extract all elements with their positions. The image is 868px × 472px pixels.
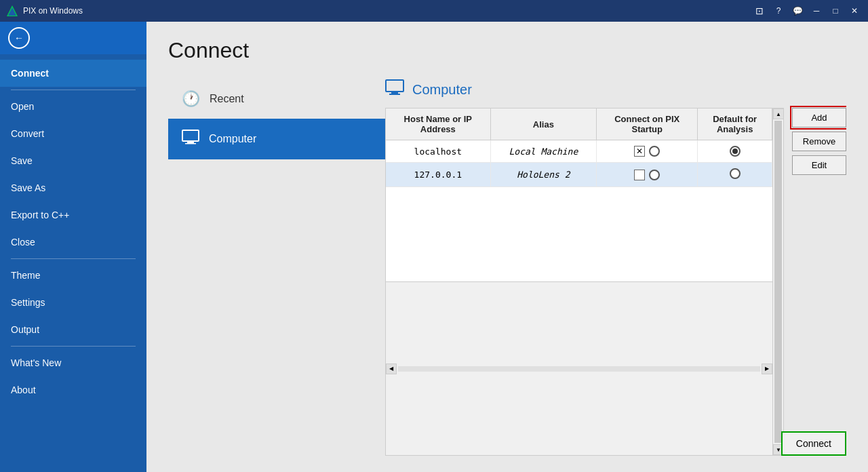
app-body: ← Connect Open Convert Save Save As Expo…: [0, 22, 868, 472]
table-row[interactable]: localhost Local Machine ✕: [386, 140, 772, 163]
cell-alias-1: Local Machine: [490, 140, 596, 163]
sidebar-item-whats-new[interactable]: What's New: [0, 349, 146, 376]
panel-header: Computer: [385, 79, 846, 100]
app-icon: [5, 4, 19, 18]
table-wrapper: Host Name or IPAddress Alias Connect on …: [385, 108, 784, 456]
restore-button[interactable]: □: [827, 3, 844, 19]
sidebar-item-close[interactable]: Close: [0, 229, 146, 256]
sidebar-label-save: Save: [11, 155, 33, 166]
sidebar-item-about[interactable]: About: [0, 376, 146, 404]
sidebar-item-save[interactable]: Save: [0, 147, 146, 174]
help-icon[interactable]: ?: [770, 3, 787, 19]
action-buttons: Add Remove Edit Connect: [792, 108, 846, 456]
checkbox-connect-2[interactable]: [634, 170, 645, 180]
radio-startup-1[interactable]: [649, 146, 660, 157]
content-row: 🕐 Recent Computer: [168, 79, 846, 456]
right-panel: Computer Host Name or IPAdd: [385, 79, 846, 456]
nav-label-computer: Computer: [209, 133, 256, 145]
table-row[interactable]: 127.0.0.1 HoloLens 2: [386, 163, 772, 187]
cell-host-1: localhost: [386, 140, 490, 163]
left-panel: 🕐 Recent Computer: [168, 79, 385, 456]
sidebar-label-whats-new: What's New: [11, 357, 61, 368]
sidebar-label-close: Close: [11, 237, 35, 248]
checkbox-connect-1[interactable]: ✕: [634, 146, 645, 157]
sidebar-label-output: Output: [11, 324, 39, 335]
svg-rect-2: [182, 130, 199, 141]
radio-default-1[interactable]: [730, 146, 741, 157]
sidebar-label-convert: Convert: [11, 128, 44, 139]
nav-item-recent[interactable]: 🕐 Recent: [168, 79, 385, 119]
sidebar-item-theme[interactable]: Theme: [0, 262, 146, 289]
chat-icon[interactable]: 💬: [789, 3, 806, 19]
svg-rect-3: [187, 142, 194, 143]
sidebar-label-open: Open: [11, 101, 34, 112]
sidebar-label-settings: Settings: [11, 297, 45, 308]
col-alias: Alias: [490, 109, 596, 140]
sidebar-item-export-cpp[interactable]: Export to C++: [0, 201, 146, 229]
edit-button[interactable]: Edit: [792, 155, 846, 175]
h-scrollbar[interactable]: ◀ ▶: [386, 281, 772, 455]
close-button[interactable]: ✕: [846, 3, 863, 19]
sidebar-label-export-cpp: Export to C++: [11, 210, 69, 220]
nav-item-computer[interactable]: Computer: [168, 119, 385, 159]
col-connect-startup: Connect on PIXStartup: [597, 109, 698, 140]
cell-connect-1[interactable]: ✕: [597, 140, 698, 163]
h-scroll-left[interactable]: ◀: [386, 363, 397, 374]
clock-icon: 🕐: [182, 90, 200, 108]
cell-host-2: 127.0.0.1: [386, 163, 490, 187]
connect-button[interactable]: Connect: [781, 431, 846, 456]
sidebar-item-save-as[interactable]: Save As: [0, 174, 146, 201]
svg-rect-6: [391, 92, 398, 94]
col-host: Host Name or IPAddress: [386, 109, 490, 140]
sidebar-divider-2: [11, 258, 136, 259]
radio-startup-2[interactable]: [649, 170, 660, 180]
back-button[interactable]: ←: [8, 27, 30, 49]
toolbar-icon-1[interactable]: ⊡: [751, 3, 768, 19]
sidebar-label-save-as: Save As: [11, 182, 45, 193]
sidebar-divider-1: [11, 90, 136, 90]
sidebar-label-about: About: [11, 385, 36, 395]
title-bar-title: PIX on Windows: [23, 6, 751, 16]
h-scroll-right[interactable]: ▶: [762, 363, 772, 374]
computer-icon: [182, 130, 199, 149]
sidebar-label-connect: Connect: [11, 68, 49, 79]
computer-table: Host Name or IPAddress Alias Connect on …: [386, 109, 772, 187]
sidebar-item-settings[interactable]: Settings: [0, 289, 146, 316]
svg-rect-7: [389, 94, 400, 95]
sidebar-item-convert[interactable]: Convert: [0, 120, 146, 147]
radio-default-2[interactable]: [730, 168, 741, 179]
cell-alias-2: HoloLens 2: [490, 163, 596, 187]
svg-rect-4: [185, 143, 196, 144]
sidebar-nav: Connect Open Convert Save Save As Export…: [0, 54, 146, 409]
title-bar: PIX on Windows ⊡ ? 💬 ─ □ ✕: [0, 0, 868, 22]
sidebar: ← Connect Open Convert Save Save As Expo…: [0, 22, 146, 472]
cell-default-1[interactable]: [698, 140, 772, 163]
table-container: Host Name or IPAddress Alias Connect on …: [385, 108, 846, 456]
table-main: Host Name or IPAddress Alias Connect on …: [386, 109, 772, 455]
nav-label-recent: Recent: [210, 93, 244, 105]
page-title: Connect: [168, 38, 846, 63]
sidebar-label-theme: Theme: [11, 270, 41, 281]
v-scrollbar[interactable]: ▲ ▼: [772, 109, 783, 455]
sidebar-item-connect[interactable]: Connect: [0, 60, 146, 87]
sidebar-item-open[interactable]: Open: [0, 93, 146, 120]
panel-title: Computer: [412, 82, 472, 98]
cell-connect-2[interactable]: [597, 163, 698, 187]
col-default-analysis: Default forAnalysis: [698, 109, 772, 140]
panel-computer-icon: [385, 79, 404, 100]
main-content: Connect 🕐 Recent Computer: [146, 22, 868, 472]
sidebar-item-output[interactable]: Output: [0, 316, 146, 343]
cell-default-2[interactable]: [698, 163, 772, 187]
sidebar-divider-3: [11, 346, 136, 347]
v-scroll-up[interactable]: ▲: [773, 109, 783, 119]
minimize-button[interactable]: ─: [808, 3, 825, 19]
window-controls: ⊡ ? 💬 ─ □ ✕: [751, 3, 863, 19]
svg-rect-5: [386, 80, 403, 92]
sidebar-header: ←: [0, 22, 146, 54]
add-button[interactable]: Add: [792, 108, 846, 127]
remove-button[interactable]: Remove: [792, 132, 846, 151]
table-scroll[interactable]: Host Name or IPAddress Alias Connect on …: [386, 109, 772, 281]
